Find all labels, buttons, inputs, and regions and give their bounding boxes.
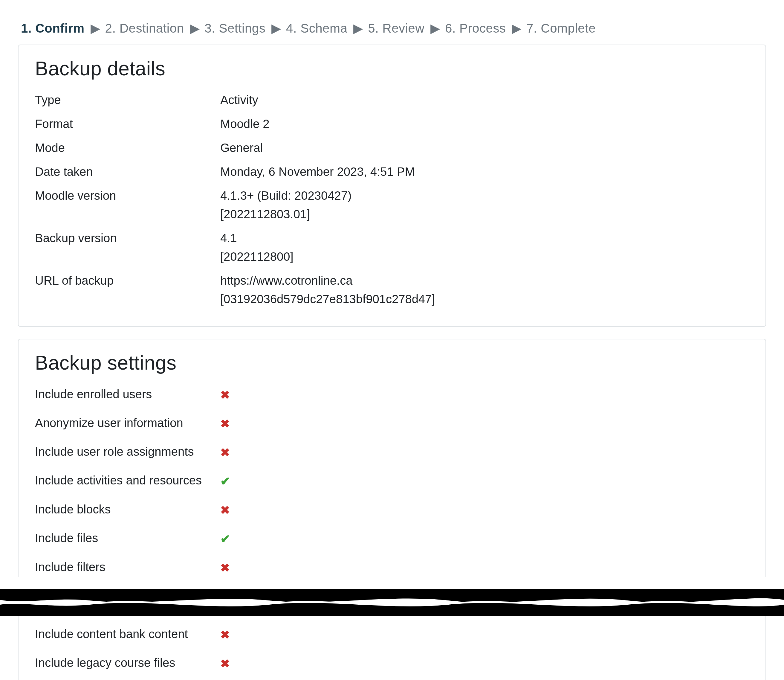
backup-settings-card-bottom: Include content bank content ✖ Include l… [18,616,766,680]
wizard-step-3[interactable]: 3. Settings [204,21,266,35]
x-icon: ✖ [220,386,230,404]
check-icon: ✔ [220,472,231,490]
detail-value: 4.1 [2022112800] [220,229,749,266]
backup-details-heading: Backup details [35,57,749,80]
detail-label: Type [35,91,220,109]
detail-label: Format [35,115,220,133]
x-icon: ✖ [220,502,230,519]
wizard-step-1[interactable]: 1. Confirm [21,21,85,35]
chevron-right-icon: ▶ [190,21,200,35]
x-icon: ✖ [220,626,230,644]
wizard-steps: 1. Confirm ▶ 2. Destination ▶ 3. Setting… [21,21,766,36]
chevron-right-icon: ▶ [272,21,281,35]
wizard-step-2[interactable]: 2. Destination [105,21,184,35]
wizard-step-7[interactable]: 7. Complete [526,21,596,35]
x-icon: ✖ [220,655,230,672]
check-icon: ✔ [220,530,231,548]
detail-value: Monday, 6 November 2023, 4:51 PM [220,162,749,181]
wizard-step-6[interactable]: 6. Process [445,21,506,35]
setting-row: Include user role assignments ✖ [35,442,749,461]
chevron-right-icon: ▶ [91,21,101,35]
detail-row: Backup version 4.1 [2022112800] [35,229,749,266]
setting-row: Include filters ✖ [35,558,749,577]
detail-value: Activity [220,91,749,109]
backup-details-card: Backup details Type Activity Format Mood… [18,44,766,327]
backup-settings-card: Backup settings Include enrolled users ✖… [18,339,766,577]
detail-value: Moodle 2 [220,115,749,133]
setting-label: Include filters [35,558,220,576]
detail-row: Type Activity [35,91,749,109]
detail-label: Mode [35,139,220,157]
wizard-step-4[interactable]: 4. Schema [286,21,347,35]
setting-label: Include blocks [35,500,220,518]
setting-row: Anonymize user information ✖ [35,414,749,433]
wizard-step-5[interactable]: 5. Review [368,21,424,35]
detail-value: https://www.cotronline.ca [03192036d579d… [220,271,749,308]
setting-label: Include activities and resources [35,471,220,490]
setting-label: Anonymize user information [35,414,220,432]
setting-row: Include content bank content ✖ [35,625,749,644]
detail-value: General [220,139,749,157]
setting-label: Include enrolled users [35,385,220,403]
setting-row: Include activities and resources ✔ [35,471,749,490]
detail-row: Date taken Monday, 6 November 2023, 4:51… [35,162,749,181]
chevron-right-icon: ▶ [512,21,522,35]
x-icon: ✖ [220,415,230,433]
detail-row: Format Moodle 2 [35,115,749,133]
setting-label: Include user role assignments [35,442,220,461]
detail-label: Date taken [35,162,220,181]
detail-row: URL of backup https://www.cotronline.ca … [35,271,749,308]
setting-label: Include content bank content [35,625,220,643]
chevron-right-icon: ▶ [430,21,440,35]
detail-row: Moodle version 4.1.3+ (Build: 20230427) … [35,186,749,224]
detail-label: URL of backup [35,271,220,290]
setting-label: Include files [35,529,220,547]
setting-row: Include enrolled users ✖ [35,385,749,404]
content-elision-tear [0,589,784,616]
setting-row: Include legacy course files ✖ [35,653,749,672]
detail-row: Mode General [35,139,749,157]
backup-settings-heading: Backup settings [35,351,749,374]
setting-row: Include blocks ✖ [35,500,749,519]
setting-row: Include files ✔ [35,529,749,548]
detail-label: Moodle version [35,186,220,205]
setting-label: Include legacy course files [35,653,220,672]
detail-label: Backup version [35,229,220,247]
detail-value: 4.1.3+ (Build: 20230427) [2022112803.01] [220,186,749,224]
x-icon: ✖ [220,444,230,461]
chevron-right-icon: ▶ [353,21,363,35]
x-icon: ✖ [220,559,230,577]
